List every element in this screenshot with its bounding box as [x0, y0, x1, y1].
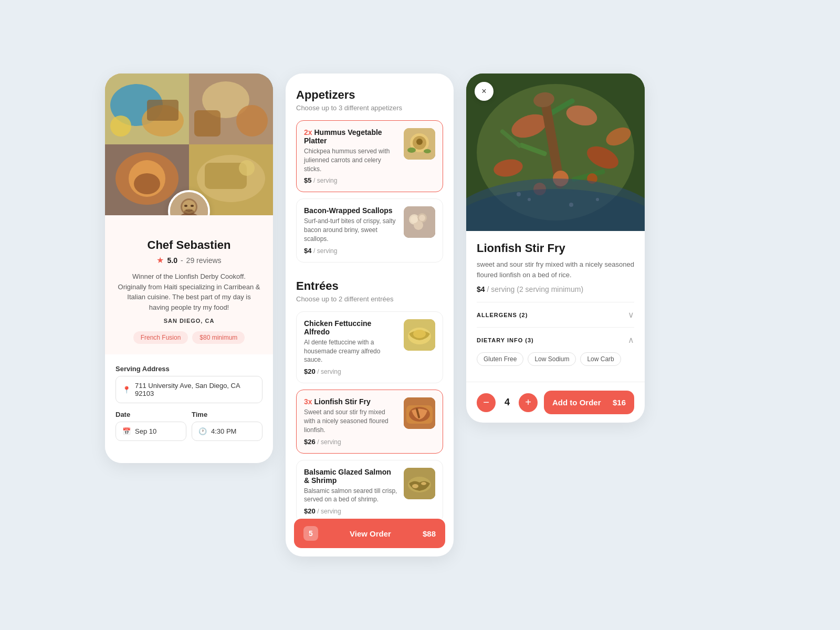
svg-point-23 — [184, 205, 187, 207]
dietary-section[interactable]: DIETARY INFO (3) ∧ — [477, 327, 634, 352]
allergens-section[interactable]: ALLERGENS (2) ∨ — [477, 302, 634, 327]
date-group: Date 📅 Sep 10 — [116, 411, 186, 441]
lionfish-qty: 3x — [304, 397, 312, 406]
view-order-label: View Order — [324, 529, 416, 538]
item-detail-screen: × Lionfish Stir Fry sweet and sour stir … — [466, 74, 645, 423]
chef-profile-screen: Chef Sebastien ★ 5.0 - 29 reviews Winner… — [105, 74, 273, 463]
rating-value: 5.0 — [167, 256, 177, 265]
detail-food-image — [466, 74, 645, 231]
chef-info-section: Chef Sebastien ★ 5.0 - 29 reviews Winner… — [105, 215, 273, 354]
menu-item-chicken-desc: Al dente fettuccine with a housemade cre… — [304, 338, 397, 364]
menu-item-hummus[interactable]: 2x Hummus Vegetable Platter Chickpea hum… — [296, 120, 443, 192]
svg-rect-4 — [147, 100, 178, 121]
menu-item-lionfish[interactable]: 3x Lionfish Stir Fry Sweet and sour stir… — [296, 390, 443, 453]
address-value: 711 University Ave, San Diego, CA 92103 — [135, 382, 256, 397]
chef-hero-image — [105, 74, 273, 215]
menu-item-chicken-price: $20 / serving — [304, 368, 397, 375]
menu-item-scallops-desc: Surf-and-turf bites of crispy, salty bac… — [304, 217, 397, 243]
screens-container: Chef Sebastien ★ 5.0 - 29 reviews Winner… — [105, 74, 735, 556]
salmon-image — [404, 468, 435, 499]
svg-point-48 — [421, 482, 426, 485]
svg-point-3 — [110, 116, 131, 136]
appetizers-title: Appetizers — [296, 88, 443, 102]
menu-item-hummus-desc: Chickpea hummus served with julienned ca… — [304, 147, 397, 173]
menu-item-scallops[interactable]: Bacon-Wrapped Scallops Surf-and-turf bit… — [296, 198, 443, 262]
time-label: Time — [192, 411, 262, 418]
svg-rect-8 — [194, 110, 220, 136]
date-input[interactable]: 📅 Sep 10 — [116, 422, 186, 441]
time-group: Time 🕐 4:30 PM — [192, 411, 262, 441]
menu-item-chicken-info: Chicken Fettuccine Alfredo Al dente fett… — [304, 319, 397, 375]
section-gap-1 — [296, 269, 443, 279]
date-time-row: Date 📅 Sep 10 Time 🕐 4:30 PM — [116, 411, 262, 448]
detail-description: sweet and sour stir fry mixed with a nic… — [477, 259, 634, 280]
menu-item-scallops-name: Bacon-Wrapped Scallops — [304, 206, 397, 215]
chef-bio: Winner of the Lionfish Derby Cookoff. Or… — [118, 271, 260, 312]
menu-item-salmon[interactable]: Balsamic Glazed Salmon & Shrimp Balsamic… — [296, 460, 443, 519]
lionfish-image — [404, 397, 435, 429]
menu-item-chicken[interactable]: Chicken Fettuccine Alfredo Al dente fett… — [296, 311, 443, 383]
decrease-quantity-button[interactable]: − — [477, 393, 496, 412]
dietary-tags-container: Gluten Free Low Sodium Low Carb — [477, 352, 634, 373]
add-to-order-label: Add to Order — [552, 398, 601, 407]
chef-tags: French Fusion $80 minimum — [118, 331, 260, 344]
menu-item-salmon-desc: Balsamic salmon seared till crisp, serve… — [304, 487, 397, 505]
order-count-badge: 5 — [303, 526, 318, 541]
svg-point-24 — [191, 205, 194, 207]
close-button[interactable]: × — [475, 82, 494, 101]
svg-point-30 — [407, 148, 416, 153]
detail-hero-section: × — [466, 74, 645, 231]
chef-name: Chef Sebastien — [118, 238, 260, 252]
quantity-display: 4 — [502, 397, 512, 408]
chicken-image — [404, 319, 435, 351]
hummus-qty: 2x — [304, 128, 312, 136]
menu-item-lionfish-price: $26 / serving — [304, 438, 397, 446]
scallops-image — [404, 206, 435, 238]
allergens-chevron-icon: ∨ — [628, 310, 634, 320]
detail-body: Lionfish Stir Fry sweet and sour stir fr… — [466, 231, 645, 382]
calendar-icon: 📅 — [122, 427, 131, 435]
clock-icon: 🕐 — [198, 427, 207, 435]
time-input[interactable]: 🕐 4:30 PM — [192, 422, 262, 441]
menu-item-scallops-price: $4 / serving — [304, 247, 397, 255]
view-order-bar[interactable]: 5 View Order $88 — [294, 519, 445, 548]
date-label: Date — [116, 411, 186, 418]
detail-footer: − 4 + Add to Order $16 — [466, 382, 645, 423]
svg-point-16 — [239, 160, 255, 176]
view-order-price: $88 — [423, 529, 436, 538]
svg-point-12 — [134, 173, 160, 194]
cuisine-tag: French Fusion — [133, 331, 188, 344]
time-value: 4:30 PM — [211, 427, 236, 435]
minimum-tag: $80 minimum — [192, 331, 245, 344]
increase-quantity-button[interactable]: + — [519, 393, 538, 412]
hummus-image — [404, 128, 435, 160]
menu-scroll-area: Appetizers Choose up to 3 different appe… — [286, 74, 454, 519]
reviews-count: - — [181, 256, 183, 265]
allergens-label: ALLERGENS (2) — [477, 312, 528, 318]
dietary-tag-sodium: Low Sodium — [528, 352, 576, 366]
chef-rating: ★ 5.0 - 29 reviews — [118, 255, 260, 265]
location-icon: 📍 — [122, 386, 131, 394]
svg-point-37 — [419, 215, 425, 221]
menu-item-hummus-info: 2x Hummus Vegetable Platter Chickpea hum… — [304, 128, 397, 184]
add-to-order-button[interactable]: Add to Order $16 — [544, 391, 634, 414]
svg-point-47 — [412, 484, 418, 488]
reviews-text: 29 reviews — [186, 256, 222, 265]
address-input[interactable]: 📍 711 University Ave, San Diego, CA 9210… — [116, 376, 262, 403]
star-icon: ★ — [156, 255, 164, 265]
dietary-label: DIETARY INFO (3) — [477, 337, 534, 343]
svg-point-25 — [184, 209, 194, 215]
menu-item-hummus-name: 2x Hummus Vegetable Platter — [304, 128, 397, 145]
address-group: Serving Address 📍 711 University Ave, Sa… — [116, 365, 262, 403]
menu-item-lionfish-desc: Sweet and sour stir fry mixed with a nic… — [304, 408, 397, 434]
dietary-tag-carb: Low Carb — [580, 352, 621, 366]
chef-avatar-image — [170, 192, 208, 215]
menu-item-salmon-info: Balsamic Glazed Salmon & Shrimp Balsamic… — [304, 468, 397, 516]
menu-item-lionfish-info: 3x Lionfish Stir Fry Sweet and sour stir… — [304, 397, 397, 445]
menu-item-salmon-price: $20 / serving — [304, 507, 397, 515]
menu-item-lionfish-name: 3x Lionfish Stir Fry — [304, 397, 397, 406]
detail-price: $4 / serving (2 serving minimum) — [477, 285, 634, 293]
menu-item-scallops-info: Bacon-Wrapped Scallops Surf-and-turf bit… — [304, 206, 397, 254]
chef-booking-form: Serving Address 📍 711 University Ave, Sa… — [105, 354, 273, 463]
detail-title: Lionfish Stir Fry — [477, 242, 634, 255]
